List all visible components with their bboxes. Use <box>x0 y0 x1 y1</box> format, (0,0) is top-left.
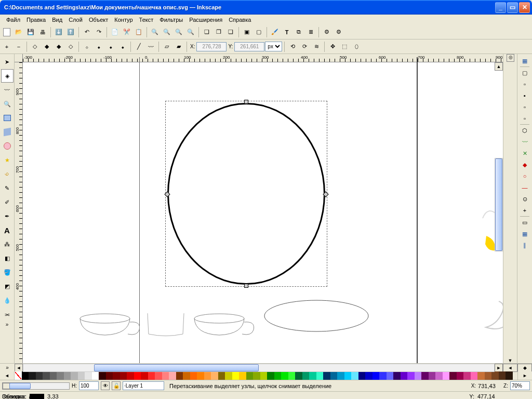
unlink-clone-icon[interactable]: ❏ <box>225 26 236 38</box>
color-swatch[interactable] <box>113 371 120 380</box>
snap-bbox-icon[interactable]: ▢ <box>519 67 530 78</box>
eraser-tool-icon[interactable]: ◧ <box>1 251 14 265</box>
color-swatch[interactable] <box>499 371 506 380</box>
color-swatch[interactable] <box>344 371 352 380</box>
connector-tool-icon[interactable]: ⫘ <box>1 308 14 321</box>
palette-scroll-right[interactable]: ► <box>517 371 532 380</box>
color-swatch[interactable] <box>190 371 197 380</box>
node-bottom[interactable] <box>244 284 248 288</box>
vscroll-up[interactable]: ▲ <box>495 62 503 71</box>
node-break-icon[interactable]: ◇ <box>29 41 41 52</box>
toolbox-expand-icon[interactable]: » <box>4 322 10 327</box>
prefs-icon[interactable]: ⚙ <box>321 26 332 38</box>
paste-icon[interactable]: 📋 <box>133 26 144 38</box>
unit-select[interactable]: px <box>265 42 282 51</box>
color-swatch[interactable] <box>429 371 436 380</box>
snap-bbox-corner-icon[interactable]: ▪ <box>519 90 530 101</box>
zoom-fit-icon[interactable]: 🔍 <box>149 26 161 38</box>
color-swatch[interactable] <box>274 371 282 380</box>
gradient-tool-icon[interactable]: ◩ <box>1 280 14 293</box>
ungroup-icon[interactable]: ▢ <box>253 26 264 38</box>
snap-guide-icon[interactable]: ∥ <box>519 240 530 251</box>
color-swatch[interactable] <box>148 371 155 380</box>
color-swatch[interactable] <box>232 371 240 380</box>
color-swatch[interactable] <box>197 371 204 380</box>
toolbox-more-icon[interactable]: » <box>0 365 15 370</box>
node-tool-icon[interactable]: ◈ <box>1 69 14 83</box>
canvas-corner-icon[interactable]: ◆ <box>517 364 532 372</box>
menu-layer[interactable]: Слой <box>65 16 86 24</box>
ellipse-tool-icon[interactable] <box>1 139 14 153</box>
opacity-slider[interactable] <box>2 382 70 390</box>
color-swatch[interactable] <box>253 371 260 380</box>
menu-file[interactable]: Файл <box>3 16 23 24</box>
color-swatch[interactable] <box>246 371 254 380</box>
zoom-page-icon[interactable]: 🔍 <box>173 26 184 38</box>
color-swatch[interactable] <box>506 371 513 380</box>
menu-object[interactable]: Объект <box>86 16 111 24</box>
color-swatch[interactable] <box>316 371 324 380</box>
color-swatch[interactable] <box>485 371 492 380</box>
dropper-tool-icon[interactable]: 💧 <box>1 294 14 307</box>
undo-icon[interactable]: ↶ <box>81 26 92 38</box>
hscroll-thumb[interactable] <box>94 364 259 371</box>
fill-value[interactable]: Нет <box>29 393 41 399</box>
snap-bbox-mid-icon[interactable]: ▫ <box>519 101 530 113</box>
node-delete-icon[interactable]: − <box>13 41 24 52</box>
color-swatch[interactable] <box>43 371 50 380</box>
fill-stroke-icon[interactable]: 🖌️ <box>269 26 281 38</box>
color-swatch[interactable] <box>29 371 36 380</box>
clip-edit-icon[interactable]: ⬯ <box>351 41 362 52</box>
node-symm-icon[interactable]: ⬥ <box>105 41 116 52</box>
rect-tool-icon[interactable] <box>1 111 14 125</box>
export-icon[interactable]: ⬆️ <box>65 26 76 38</box>
cut-icon[interactable]: ✂️ <box>121 26 132 38</box>
color-swatch[interactable] <box>449 371 457 380</box>
snap-node-icon[interactable]: ⬡ <box>519 125 530 136</box>
color-swatch[interactable] <box>78 371 85 380</box>
color-swatch[interactable] <box>295 371 302 380</box>
pencil-tool-icon[interactable]: ✎ <box>1 181 14 195</box>
color-swatch[interactable] <box>71 371 78 380</box>
color-swatch[interactable] <box>330 371 338 380</box>
snap-center-icon[interactable]: ⊙ <box>519 193 530 205</box>
open-file-icon[interactable]: 📂 <box>13 26 24 38</box>
color-swatch[interactable] <box>176 371 183 380</box>
color-swatch[interactable] <box>393 371 401 380</box>
doc-prefs-icon[interactable]: ⚙ <box>333 26 344 38</box>
color-swatch[interactable] <box>351 371 358 380</box>
color-swatch[interactable] <box>477 371 485 380</box>
bound-box-icon[interactable]: ⬚ <box>339 41 350 52</box>
color-swatch[interactable] <box>99 371 106 380</box>
color-swatch[interactable] <box>365 371 373 380</box>
snap-rotation-icon[interactable]: + <box>519 205 530 216</box>
color-swatch[interactable] <box>260 371 268 380</box>
snap-path-icon[interactable]: 〰 <box>519 136 530 148</box>
node-cusp-icon[interactable]: ⬦ <box>81 41 92 52</box>
stroke-to-path-icon[interactable]: ▰ <box>173 41 184 52</box>
color-swatch[interactable] <box>50 371 57 380</box>
vscroll-thumb[interactable] <box>495 158 502 251</box>
color-swatch[interactable] <box>57 371 64 380</box>
snap-midpoint-icon[interactable]: ― <box>519 182 530 193</box>
color-swatch[interactable] <box>471 371 478 380</box>
color-swatch[interactable] <box>267 371 274 380</box>
palette-scroll-left[interactable]: ◄ <box>0 371 15 380</box>
color-swatch[interactable] <box>379 371 387 380</box>
color-swatch[interactable] <box>85 371 92 380</box>
snap-grid-icon[interactable]: ▦ <box>519 228 530 240</box>
snap-smooth-icon[interactable]: ○ <box>519 170 530 182</box>
color-swatch[interactable] <box>36 371 43 380</box>
next-path-icon[interactable]: ≋ <box>311 41 322 52</box>
selector-tool-icon[interactable]: ➤ <box>1 55 14 69</box>
color-swatch[interactable] <box>155 371 162 380</box>
hscroll-left[interactable]: ◄ <box>15 364 23 372</box>
color-swatch[interactable] <box>309 371 316 380</box>
zoom-draw-icon[interactable]: 🔍 <box>161 26 172 38</box>
ruler-vertical[interactable]: 900 800 700 600 500 400 <box>15 62 23 363</box>
menu-view[interactable]: Вид <box>49 16 65 24</box>
color-swatch[interactable] <box>92 371 99 380</box>
ruler-origin[interactable] <box>15 54 23 62</box>
color-swatch[interactable] <box>211 371 218 380</box>
snap-enable-icon[interactable]: ▦ <box>519 55 530 66</box>
